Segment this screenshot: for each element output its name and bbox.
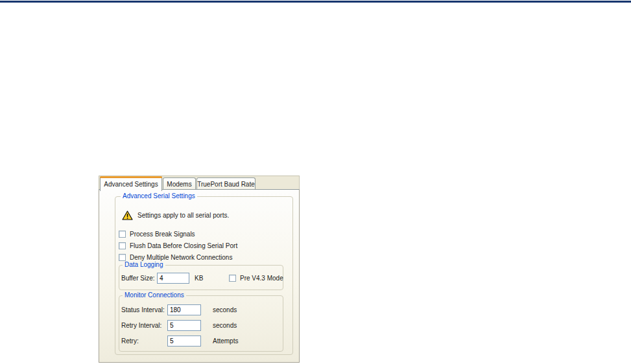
retry-interval-label: Retry Interval: — [121, 322, 161, 329]
checkbox-label: Deny Multiple Network Connections — [130, 254, 232, 261]
checkbox-pre-v43-mode[interactable] — [229, 275, 236, 282]
settings-tab-control: Advanced Settings Modems TruePort Baud R… — [99, 176, 300, 363]
group-title: Advanced Serial Settings — [121, 192, 197, 199]
group-title: Data Logging — [123, 261, 165, 268]
warning-text: Settings apply to all serial ports. — [137, 212, 229, 219]
buffer-size-input[interactable] — [157, 273, 189, 284]
checkbox-label: Pre V4.3 Mode — [240, 275, 283, 282]
checkbox-label: Process Break Signals — [130, 231, 195, 238]
status-interval-input[interactable] — [167, 304, 201, 315]
checkbox-process-break-signals[interactable] — [119, 231, 126, 238]
status-interval-label: Status Interval: — [121, 306, 165, 313]
buffer-size-unit: KB — [195, 275, 203, 282]
status-interval-unit: seconds — [213, 306, 237, 313]
buffer-size-label: Buffer Size: — [121, 275, 155, 282]
group-title: Monitor Connections — [123, 291, 186, 299]
top-divider-bar — [0, 1, 631, 3]
warning-triangle-icon — [122, 210, 133, 220]
tab-advanced-settings[interactable]: Advanced Settings — [100, 176, 162, 191]
retry-unit: Attempts — [213, 337, 238, 345]
checkbox-flush-data-before-closing[interactable] — [119, 242, 126, 249]
retry-interval-input[interactable] — [167, 320, 201, 331]
retry-interval-unit: seconds — [213, 322, 237, 329]
checkbox-label: Flush Data Before Closing Serial Port — [130, 242, 237, 249]
checkbox-deny-multiple-network-connections[interactable] — [119, 254, 126, 261]
retry-label: Retry: — [121, 337, 139, 345]
retry-input[interactable] — [167, 336, 201, 347]
